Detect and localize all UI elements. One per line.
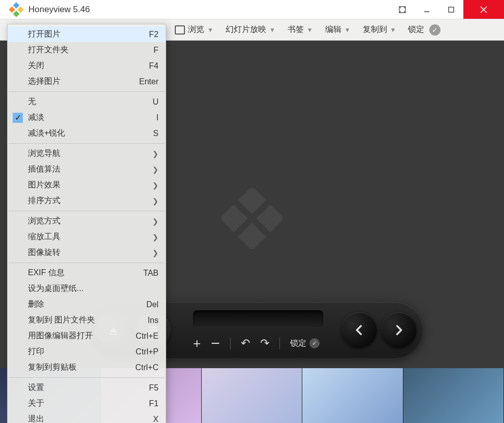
menu-item-shortcut: TAB (143, 269, 159, 278)
separator (230, 337, 231, 349)
toolbar-slideshow[interactable]: 幻灯片放映 ▼ (219, 22, 281, 37)
menu-item-label: EXIF 信息 (28, 268, 65, 278)
close-button[interactable] (463, 0, 504, 19)
menu-item-shortcut: F2 (149, 30, 159, 39)
menu-item[interactable]: 复制到 图片文件夹Ins (8, 312, 166, 328)
rotate-ccw-button[interactable]: ↶ (241, 337, 250, 350)
menu-item[interactable]: 退出X (8, 411, 166, 423)
menu-item-shortcut: U (152, 97, 159, 107)
menu-item[interactable]: 打开文件夹F (8, 42, 166, 58)
menu-item[interactable]: 打印Ctrl+P (8, 344, 166, 360)
menu-item-label: 复制到 图片文件夹 (28, 315, 95, 326)
toolbar-lock-label: 锁定 (408, 24, 424, 35)
zoom-out-button[interactable]: − (211, 335, 220, 352)
menu-item-shortcut: Enter (139, 77, 159, 86)
menu-item-label: 排序方式 (28, 196, 60, 206)
menu-item[interactable]: 关闭F4 (8, 58, 166, 74)
menu-separator (9, 143, 165, 144)
toolbar-browse-label: 浏览 (188, 24, 204, 35)
toolbar-bookmark-label: 书签 (288, 24, 304, 35)
menu-item[interactable]: EXIF 信息TAB (8, 265, 166, 281)
menu-item-label: 图像旋转 (28, 247, 60, 258)
menu-separator (9, 377, 165, 378)
menu-item-label: 设为桌面壁纸... (28, 283, 83, 294)
svg-rect-6 (449, 7, 454, 12)
menu-item-label: 关于 (28, 398, 44, 409)
menu-item-label: 复制到剪贴板 (28, 362, 77, 373)
toolbar-edit-label: 编辑 (325, 24, 341, 35)
maximize-button[interactable] (439, 0, 463, 19)
svg-rect-8 (256, 204, 282, 232)
lock-toggle[interactable]: 锁定 ✓ (290, 338, 320, 349)
menu-item[interactable]: ✓减淡I (8, 110, 166, 125)
svg-rect-10 (238, 222, 266, 249)
menu-item[interactable]: 删除Del (8, 297, 166, 312)
menu-item-shortcut: Ctrl+P (136, 347, 159, 356)
chevron-down-icon: ▼ (344, 26, 351, 34)
menu-item-label: 减淡 (28, 112, 44, 123)
check-icon: ✓ (13, 113, 23, 123)
menu-item[interactable]: 缩放工具❯ (8, 229, 166, 245)
menu-item[interactable]: 无U (8, 94, 166, 110)
thumbnail[interactable] (302, 368, 403, 423)
menu-item[interactable]: 浏览导航❯ (8, 146, 166, 161)
chevron-right-icon: ❯ (152, 150, 159, 158)
toolbar-bookmark[interactable]: 书签 ▼ (281, 22, 319, 37)
lock-toggle-label: 锁定 (290, 338, 306, 349)
menu-item-shortcut: Ins (148, 316, 159, 325)
menu-item[interactable]: 用图像编辑器打开Ctrl+E (8, 328, 166, 344)
menu-item-shortcut: S (153, 129, 159, 138)
menu-item[interactable]: 减淡+锐化S (8, 125, 166, 141)
check-icon: ✓ (429, 24, 440, 36)
thumbnail[interactable] (202, 368, 302, 423)
menu-item[interactable]: 设为桌面壁纸... (8, 281, 166, 297)
menu-item[interactable]: 浏览方式❯ (8, 213, 166, 229)
menu-item-label: 无 (28, 96, 36, 107)
minimize-button[interactable] (415, 0, 439, 19)
fullscreen-button[interactable] (390, 0, 415, 19)
toolbar-browse[interactable]: 浏览 ▼ (172, 22, 219, 37)
menu-item[interactable]: 图像旋转❯ (8, 245, 166, 261)
menu-item-shortcut: F1 (149, 399, 159, 408)
menu-item[interactable]: 图片效果❯ (8, 177, 166, 193)
svg-rect-0 (13, 2, 20, 9)
menu-item[interactable]: 选择图片Enter (8, 74, 166, 89)
prev-button[interactable] (341, 312, 377, 348)
menu-item-label: 打印 (28, 346, 44, 357)
menu-item-label: 缩放工具 (28, 232, 60, 242)
menu-separator (9, 91, 165, 92)
menu-item[interactable]: 打开图片F2 (8, 26, 166, 42)
chevron-right-icon: ❯ (152, 181, 159, 189)
menu-item[interactable]: 设置F5 (8, 380, 166, 396)
chevron-right-icon: ❯ (152, 166, 159, 174)
menu-item[interactable]: 复制到剪贴板Ctrl+C (8, 360, 166, 375)
menu-item[interactable]: 插值算法❯ (8, 161, 166, 177)
titlebar: Honeyview 5.46 (0, 0, 504, 19)
progress-slider[interactable] (193, 310, 323, 328)
toolbar-edit[interactable]: 编辑 ▼ (319, 22, 357, 37)
menu-item-label: 用图像编辑器打开 (28, 331, 93, 341)
svg-rect-1 (17, 6, 24, 13)
menu-item[interactable]: 关于F1 (8, 396, 166, 411)
chevron-right-icon: ❯ (152, 249, 159, 257)
zoom-in-button[interactable]: + (193, 336, 201, 351)
chevron-right-icon: ❯ (152, 197, 159, 205)
rotate-cw-button[interactable]: ↷ (260, 337, 269, 350)
menu-separator (9, 211, 165, 211)
menu-item-label: 浏览方式 (28, 216, 60, 226)
separator (279, 337, 280, 349)
menu-item[interactable]: 排序方式❯ (8, 193, 166, 209)
chevron-right-icon: ❯ (152, 233, 159, 241)
toolbar-copyto[interactable]: 复制到 ▼ (357, 22, 402, 37)
thumbnail[interactable] (403, 368, 504, 423)
context-menu: 打开图片F2打开文件夹F关闭F4选择图片Enter无U✓减淡I减淡+锐化S浏览导… (7, 24, 166, 423)
toolbar-copyto-label: 复制到 (363, 24, 387, 35)
svg-rect-3 (13, 11, 20, 17)
chevron-right-icon: ❯ (152, 217, 159, 225)
menu-item-label: 选择图片 (28, 76, 60, 87)
fit-icon (175, 25, 185, 35)
next-button[interactable] (381, 312, 417, 348)
menu-item-label: 关闭 (28, 60, 44, 71)
toolbar-lock[interactable]: 锁定 ✓ (402, 22, 447, 38)
toolbar-slideshow-label: 幻灯片放映 (226, 24, 266, 35)
